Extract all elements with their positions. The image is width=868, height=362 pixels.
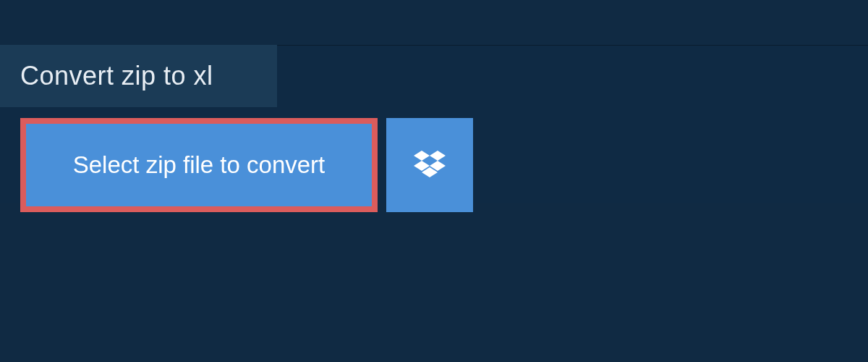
svg-marker-1 — [430, 151, 446, 161]
select-file-label: Select zip file to convert — [73, 151, 326, 179]
dropbox-button[interactable] — [386, 118, 473, 212]
title-tab: Convert zip to xl — [0, 45, 277, 107]
page-title: Convert zip to xl — [20, 61, 213, 91]
select-file-button[interactable]: Select zip file to convert — [20, 118, 378, 212]
action-button-row: Select zip file to convert — [20, 118, 473, 212]
header-panel: Convert zip to xl Select zip file to con… — [0, 45, 868, 203]
top-spacer — [0, 0, 868, 45]
svg-marker-0 — [414, 151, 430, 161]
dropbox-icon — [414, 151, 446, 180]
